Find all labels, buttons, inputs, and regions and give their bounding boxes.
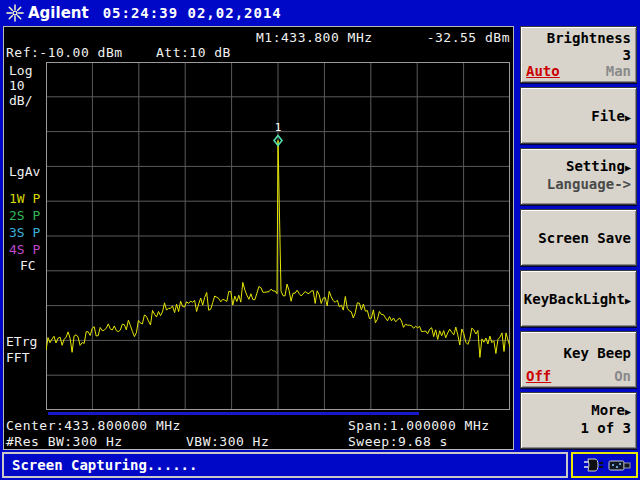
softkey-subline: Language->	[526, 176, 631, 193]
sweep-progress-bar	[48, 412, 419, 415]
softkey-file[interactable]: File▶	[520, 87, 637, 144]
scale-label: Log 10 dB/	[9, 63, 32, 108]
softkey-value: 3	[526, 47, 631, 64]
softkey-menu: Brightness 3 Auto Man File▶ Setting▶ Lan…	[516, 0, 640, 452]
attenuation: Att:10 dB	[156, 45, 231, 60]
ref-level: Ref:-10.00 dBm	[6, 45, 123, 60]
marker-readout-freq: M1:433.800 MHz	[256, 30, 373, 45]
agilent-spark-icon	[6, 4, 24, 22]
submenu-arrow-icon: ▶	[625, 406, 631, 417]
choice-on[interactable]: On	[614, 368, 631, 384]
res-bw: #Res BW:300 Hz	[6, 434, 123, 449]
power-plug-icon	[583, 458, 605, 472]
status-bar: Screen Capturing......	[0, 451, 640, 480]
softkey-screen-save[interactable]: Screen Save	[520, 209, 637, 266]
video-bw: VBW:300 Hz	[186, 434, 269, 449]
choice-man[interactable]: Man	[606, 63, 631, 79]
marker-readout-ampl: -32.55 dBm	[427, 30, 510, 45]
softkey-keybacklight[interactable]: KeyBackLight▶	[520, 270, 637, 327]
sweep-time: Sweep:9.68 s	[348, 434, 448, 449]
softkey-label: Brightness	[526, 30, 631, 47]
brand-name: Agilent	[28, 4, 89, 22]
submenu-arrow-icon: ▶	[625, 162, 631, 173]
softkey-page: 1 of 3	[526, 420, 631, 437]
analyzer-screen: Agilent 05:24:39 02,02,2014 System M1:43…	[0, 0, 640, 480]
choice-auto[interactable]: Auto	[526, 63, 560, 79]
softkey-setting[interactable]: Setting▶ Language->	[520, 148, 637, 205]
center-freq: Center:433.800000 MHz	[6, 418, 181, 433]
status-message-box: Screen Capturing......	[2, 452, 568, 478]
choice-off[interactable]: Off	[526, 368, 551, 384]
softkey-label: More	[591, 402, 625, 418]
softkey-more[interactable]: More▶ 1 of 3	[520, 392, 637, 449]
average-label: LgAv	[9, 164, 40, 179]
status-icon-box	[571, 452, 638, 478]
trace1-indicator: 1W P	[9, 191, 40, 206]
softkey-label: KeyBackLight	[524, 291, 625, 307]
brand: Agilent	[6, 4, 89, 22]
softkey-brightness[interactable]: Brightness 3 Auto Man	[520, 26, 637, 83]
softkey-label: Setting	[566, 158, 625, 174]
usb-drive-icon	[608, 458, 632, 472]
status-message: Screen Capturing......	[12, 457, 197, 473]
softkey-key-beep[interactable]: Key Beep Off On	[520, 331, 637, 388]
trace4-indicator: 4S P	[9, 242, 40, 257]
trace2-indicator: 2S P	[9, 208, 40, 223]
fc-label: FC	[20, 258, 36, 273]
ext-trigger-label: ETrg	[6, 334, 37, 349]
graticule-and-trace: 1	[46, 62, 510, 410]
span: Span:1.000000 MHz	[348, 418, 490, 433]
fft-label: FFT	[6, 350, 29, 365]
datetime: 05:24:39 02,02,2014	[103, 5, 282, 21]
spectrum-display: M1:433.800 MHz -32.55 dBm Ref:-10.00 dBm…	[3, 26, 514, 450]
submenu-arrow-icon: ▶	[625, 112, 631, 123]
softkey-label: File	[591, 108, 625, 124]
softkey-label: Screen Save	[538, 230, 631, 246]
submenu-arrow-icon: ▶	[625, 295, 631, 306]
trace3-indicator: 3S P	[9, 225, 40, 240]
marker-number: 1	[275, 121, 282, 134]
grid-lines	[46, 62, 510, 410]
softkey-label: Key Beep	[526, 345, 631, 362]
